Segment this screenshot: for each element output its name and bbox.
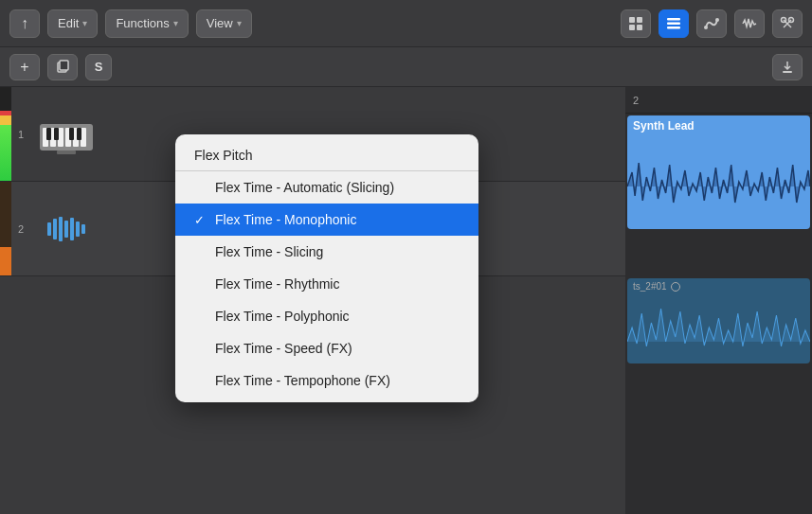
- vu-meter: [0, 87, 11, 181]
- grid-view-button[interactable]: [621, 9, 651, 38]
- curve-button[interactable]: [696, 9, 727, 38]
- functions-menu-button[interactable]: Functions ▾: [105, 9, 188, 38]
- download-button[interactable]: [772, 54, 803, 80]
- audio-block-2-waveform: [627, 294, 810, 351]
- dropdown-item-monophonic[interactable]: ✓Flex Time - Monophonic: [175, 204, 478, 236]
- dropdown-item-label: Flex Time - Monophonic: [215, 212, 356, 227]
- svg-rect-5: [667, 22, 680, 25]
- svg-rect-33: [76, 222, 80, 237]
- dropdown-item-label: Flex Time - Tempophone (FX): [215, 373, 390, 388]
- svg-rect-24: [54, 128, 59, 140]
- scissors-icon: [780, 16, 795, 31]
- dropdown-item-label: Flex Time - Speed (FX): [215, 341, 352, 356]
- main-toolbar: ↑ Edit ▾ Functions ▾ View ▾: [0, 0, 812, 47]
- audio-block-2[interactable]: ts_2#01: [627, 278, 810, 363]
- back-button[interactable]: ↑: [9, 9, 40, 38]
- svg-rect-4: [667, 18, 680, 21]
- dropdown-item-automatic[interactable]: Flex Time - Automatic (Slicing): [175, 171, 478, 204]
- dropdown-item-rhythmic[interactable]: Flex Time - Rhythmic: [175, 268, 478, 300]
- dropdown-item-label: Flex Time - Automatic (Slicing): [215, 180, 394, 195]
- back-icon: ↑: [21, 15, 28, 32]
- right-panel: 2 Synth Lead ts_2#01: [625, 87, 812, 514]
- view-chevron-icon: ▾: [237, 18, 242, 28]
- secondary-toolbar: + S: [0, 47, 812, 87]
- list-view-button[interactable]: [659, 9, 689, 38]
- svg-rect-14: [60, 61, 68, 70]
- edit-label: Edit: [58, 16, 79, 30]
- svg-rect-34: [81, 224, 85, 234]
- svg-rect-30: [59, 217, 63, 241]
- svg-rect-15: [783, 71, 792, 73]
- add-track-button[interactable]: +: [9, 54, 40, 80]
- svg-point-7: [704, 26, 708, 29]
- timeline-header: 2: [625, 87, 812, 114]
- svg-rect-1: [637, 17, 642, 23]
- svg-point-8: [715, 18, 719, 22]
- svg-rect-25: [69, 128, 74, 140]
- plus-icon: +: [20, 59, 28, 76]
- dropdown-item-label: Flex Time - Slicing: [215, 244, 323, 259]
- svg-rect-3: [637, 25, 642, 30]
- functions-chevron-icon: ▾: [173, 18, 178, 28]
- synth-lead-waveform: [627, 144, 810, 229]
- view-label: View: [207, 16, 233, 30]
- svg-rect-0: [629, 17, 635, 23]
- dropdown-item-speed[interactable]: Flex Time - Speed (FX): [175, 332, 478, 364]
- track-list: 1: [0, 87, 625, 514]
- dropdown-overlay: Flex Pitch Flex Time - Automatic (Slicin…: [175, 134, 478, 402]
- dropdown-item-slicing[interactable]: Flex Time - Slicing: [175, 236, 478, 268]
- timeline-number: 2: [633, 95, 639, 106]
- track-icon-area-1: [28, 115, 104, 154]
- dropdown-item-tempophone[interactable]: Flex Time - Tempophone (FX): [175, 364, 478, 397]
- scissors-button[interactable]: [772, 9, 803, 38]
- vu-orange: [0, 247, 11, 275]
- dropdown-item-polyphonic[interactable]: Flex Time - Polyphonic: [175, 300, 478, 332]
- synth-lead-label: Synth Lead: [627, 115, 810, 136]
- copy-icon: [55, 60, 70, 75]
- vu-green: [0, 125, 11, 181]
- functions-label: Functions: [116, 16, 169, 30]
- audio-block-2-text: ts_2#01: [633, 281, 667, 292]
- vu-yellow: [0, 115, 11, 125]
- checkmark-icon: ✓: [194, 213, 209, 227]
- svg-rect-26: [77, 128, 81, 140]
- track-icon-area-2: [28, 213, 104, 245]
- audio-block-2-label: ts_2#01: [627, 278, 810, 294]
- flex-time-dropdown: Flex Pitch Flex Time - Automatic (Slicin…: [175, 134, 478, 402]
- svg-rect-32: [70, 218, 74, 240]
- list-icon: [666, 16, 681, 31]
- track-number-2: 2: [11, 223, 28, 235]
- circle-icon: [671, 282, 680, 292]
- solo-button[interactable]: S: [85, 54, 112, 80]
- audio-waveform-icon: [45, 213, 87, 245]
- dropdown-item-label: Flex Time - Rhythmic: [215, 276, 339, 292]
- download-icon: [781, 61, 794, 74]
- svg-rect-23: [46, 128, 51, 140]
- waveform-icon: [742, 16, 757, 31]
- synth-lead-block[interactable]: Synth Lead: [627, 115, 810, 229]
- edit-menu-button[interactable]: Edit ▾: [47, 9, 98, 38]
- svg-rect-29: [53, 219, 57, 239]
- edit-chevron-icon: ▾: [82, 18, 87, 28]
- svg-rect-31: [64, 221, 68, 238]
- track-number-1: 1: [11, 129, 28, 140]
- svg-rect-6: [667, 27, 680, 29]
- svg-rect-27: [57, 151, 76, 154]
- svg-rect-2: [629, 25, 635, 30]
- copy-track-button[interactable]: [47, 54, 78, 80]
- svg-rect-28: [47, 222, 51, 236]
- main-area: 1: [0, 87, 812, 514]
- vu-meter-2: [0, 182, 11, 275]
- keyboard-icon: [38, 115, 95, 154]
- dropdown-header: Flex Pitch: [175, 140, 478, 171]
- view-menu-button[interactable]: View ▾: [196, 9, 252, 38]
- waveform-button[interactable]: [734, 9, 765, 38]
- dropdown-item-label: Flex Time - Polyphonic: [215, 309, 350, 324]
- solo-label: S: [95, 60, 103, 74]
- curve-icon: [704, 16, 719, 31]
- grid-icon: [628, 16, 643, 31]
